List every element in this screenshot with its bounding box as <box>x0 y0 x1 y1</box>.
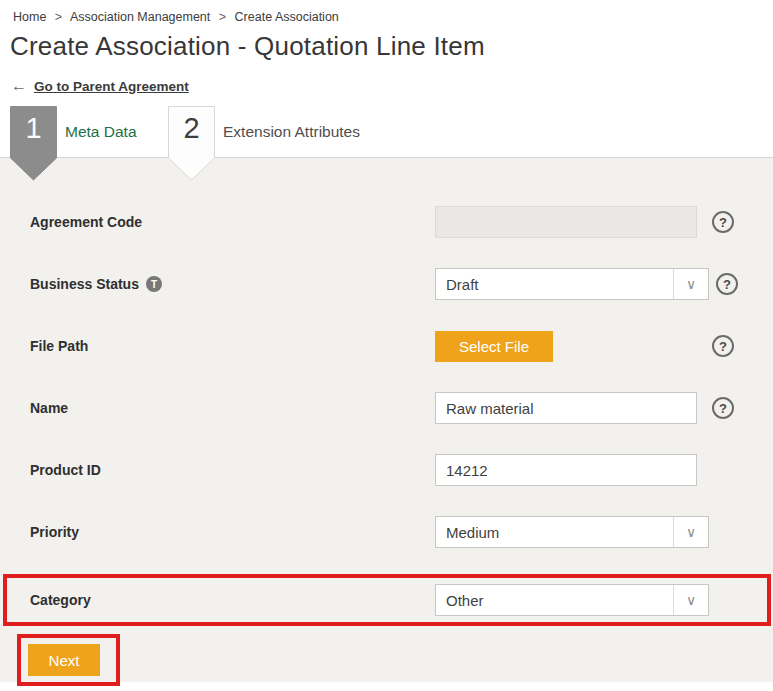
form-row-business-status: Business Status T Draft ∨ ? <box>0 268 773 300</box>
business-status-label: Business Status <box>30 276 139 292</box>
name-label: Name <box>30 400 68 416</box>
priority-label: Priority <box>30 524 79 540</box>
parent-link-label: Go to Parent Agreement <box>34 79 189 94</box>
breadcrumb-create-association[interactable]: Create Association <box>235 10 339 24</box>
breadcrumb-separator: > <box>55 10 62 24</box>
chevron-down-icon: ∨ <box>673 517 708 547</box>
step-2-number: 2 <box>168 112 215 145</box>
wizard-step-bar: 1 Meta Data 2 Extension Attributes <box>0 106 773 158</box>
product-id-label: Product ID <box>30 462 101 478</box>
help-icon[interactable]: ? <box>716 273 738 295</box>
category-label: Category <box>30 592 91 608</box>
next-button[interactable]: Next <box>28 644 100 676</box>
step-1-number: 1 <box>10 112 57 145</box>
category-row-annotation-box: Category Other ∨ <box>3 574 771 626</box>
tab-meta-data[interactable]: Meta Data <box>65 106 137 158</box>
file-path-label: File Path <box>30 338 88 354</box>
category-value: Other <box>436 592 673 609</box>
form-row-file-path: File Path Select File ? <box>0 330 773 362</box>
create-association-page: Home > Association Management > Create A… <box>0 0 773 691</box>
back-arrow-icon: ← <box>11 78 27 94</box>
business-status-value: Draft <box>436 276 673 293</box>
tab-extension-attributes[interactable]: Extension Attributes <box>223 106 360 158</box>
breadcrumb-separator: > <box>219 10 226 24</box>
breadcrumb: Home > Association Management > Create A… <box>0 0 773 24</box>
priority-value: Medium <box>436 524 673 541</box>
form-panel: Agreement Code ? Business Status T Draft… <box>0 158 773 682</box>
form-row-category: Category Other ∨ <box>7 584 767 616</box>
form-row-name: Name ? <box>0 392 773 424</box>
step-1-marker[interactable]: 1 <box>10 106 57 181</box>
help-icon[interactable]: ? <box>712 211 734 233</box>
help-icon[interactable]: ? <box>712 397 734 419</box>
name-input[interactable] <box>435 392 697 424</box>
page-title: Create Association - Quotation Line Item <box>0 24 773 62</box>
form-row-priority: Priority Medium ∨ <box>0 516 773 548</box>
category-select[interactable]: Other ∨ <box>435 584 709 616</box>
chevron-down-icon: ∨ <box>673 585 708 615</box>
help-icon[interactable]: ? <box>712 335 734 357</box>
breadcrumb-association-management[interactable]: Association Management <box>70 10 210 24</box>
chevron-down-icon: ∨ <box>673 269 708 299</box>
agreement-code-input[interactable] <box>435 206 697 238</box>
form-row-agreement-code: Agreement Code ? <box>0 206 773 238</box>
form-row-product-id: Product ID <box>0 454 773 486</box>
select-file-button[interactable]: Select File <box>435 331 553 362</box>
next-button-annotation-box: Next <box>17 634 120 686</box>
product-id-input[interactable] <box>435 454 697 486</box>
go-to-parent-agreement-link[interactable]: ← Go to Parent Agreement <box>11 78 773 94</box>
breadcrumb-home[interactable]: Home <box>13 10 46 24</box>
agreement-code-label: Agreement Code <box>30 214 142 230</box>
translatable-badge-icon: T <box>146 276 162 292</box>
business-status-select[interactable]: Draft ∨ <box>435 268 709 300</box>
priority-select[interactable]: Medium ∨ <box>435 516 709 548</box>
step-2-marker[interactable]: 2 <box>168 106 215 181</box>
